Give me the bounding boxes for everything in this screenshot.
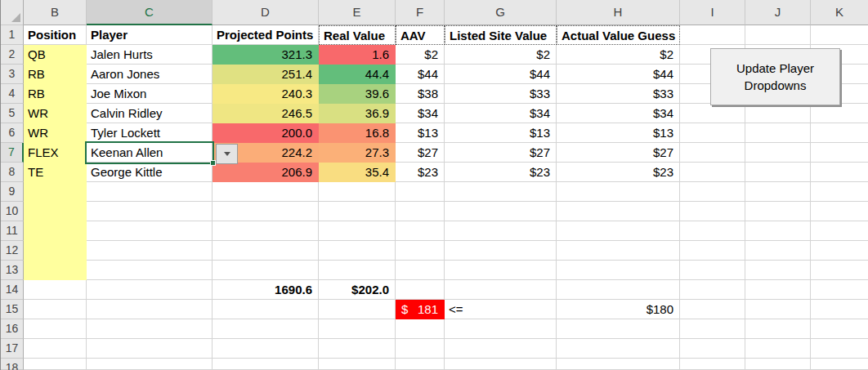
cell[interactable] bbox=[680, 143, 745, 163]
cell[interactable] bbox=[87, 182, 213, 202]
cell-projected-points[interactable]: 321.3 bbox=[213, 45, 319, 65]
cell[interactable] bbox=[811, 163, 868, 182]
cell-position[interactable]: WR bbox=[24, 123, 87, 143]
cell[interactable] bbox=[557, 202, 680, 221]
header-position[interactable]: Position bbox=[24, 25, 87, 45]
cell-projected-points[interactable]: 200.0 bbox=[213, 123, 319, 143]
cell[interactable] bbox=[745, 300, 811, 319]
cell[interactable] bbox=[213, 359, 319, 370]
cell-aav[interactable]: $44 bbox=[396, 65, 445, 84]
cell-projected-points[interactable]: 251.4 bbox=[213, 65, 319, 84]
cell[interactable] bbox=[811, 300, 868, 319]
cell[interactable] bbox=[811, 25, 868, 45]
row-header-13[interactable]: 13 bbox=[1, 261, 24, 280]
cell[interactable] bbox=[811, 359, 868, 370]
header-actual-value-guess[interactable]: Actual Value Guess bbox=[557, 25, 680, 45]
cell[interactable] bbox=[811, 241, 868, 261]
cell[interactable] bbox=[319, 339, 396, 359]
cell-listed-site-value[interactable]: $23 bbox=[445, 163, 557, 182]
cell[interactable] bbox=[396, 241, 445, 261]
cell[interactable] bbox=[745, 359, 811, 370]
row-header-6[interactable]: 6 bbox=[1, 123, 24, 143]
cell[interactable] bbox=[319, 221, 396, 241]
cell-aav[interactable]: $38 bbox=[396, 84, 445, 104]
cell[interactable] bbox=[745, 221, 811, 241]
cell[interactable] bbox=[445, 359, 557, 370]
column-header-d[interactable]: D bbox=[213, 0, 319, 25]
cell[interactable] bbox=[811, 143, 868, 163]
cell[interactable] bbox=[811, 261, 868, 280]
column-header-g[interactable]: G bbox=[445, 0, 557, 25]
cell[interactable] bbox=[811, 221, 868, 241]
cell-aav-total-alert[interactable]: $ 181 bbox=[396, 300, 445, 319]
cell[interactable] bbox=[557, 319, 680, 339]
row-header-9[interactable]: 9 bbox=[1, 182, 24, 202]
cell[interactable] bbox=[24, 202, 87, 221]
cell[interactable] bbox=[319, 261, 396, 280]
cell[interactable] bbox=[445, 182, 557, 202]
cell[interactable] bbox=[745, 163, 811, 182]
cell[interactable] bbox=[680, 339, 745, 359]
header-player[interactable]: Player bbox=[87, 25, 213, 45]
row-header-2[interactable]: 2 bbox=[1, 45, 24, 65]
cell[interactable] bbox=[557, 182, 680, 202]
cell-actual-value-guess[interactable]: $27 bbox=[557, 143, 680, 163]
cell-real-value[interactable]: 27.3 bbox=[319, 143, 396, 163]
column-header-h[interactable]: H bbox=[557, 0, 680, 25]
column-header-i[interactable]: I bbox=[680, 0, 745, 25]
cell-player[interactable]: Jalen Hurts bbox=[87, 45, 213, 65]
cell[interactable] bbox=[396, 339, 445, 359]
cell[interactable] bbox=[680, 163, 745, 182]
row-header-18[interactable]: 18 bbox=[1, 359, 24, 370]
cell[interactable] bbox=[396, 261, 445, 280]
cell[interactable] bbox=[213, 300, 319, 319]
cell[interactable] bbox=[680, 221, 745, 241]
cell[interactable] bbox=[680, 104, 745, 123]
cell-position[interactable]: RB bbox=[24, 65, 87, 84]
cell[interactable] bbox=[24, 261, 87, 280]
cell[interactable] bbox=[745, 123, 811, 143]
cell[interactable] bbox=[319, 359, 396, 370]
row-header-1[interactable]: 1 bbox=[1, 25, 24, 45]
cell-projected-points[interactable]: 240.3 bbox=[213, 84, 319, 104]
cell[interactable] bbox=[557, 241, 680, 261]
cell[interactable] bbox=[24, 280, 87, 300]
cell[interactable] bbox=[745, 319, 811, 339]
cell[interactable] bbox=[87, 359, 213, 370]
cell-real-value[interactable]: 36.9 bbox=[319, 104, 396, 123]
cell[interactable] bbox=[87, 241, 213, 261]
cell[interactable] bbox=[445, 319, 557, 339]
cell-position[interactable]: QB bbox=[24, 45, 87, 65]
row-header-15[interactable]: 15 bbox=[1, 300, 24, 319]
cell-actual-value-guess[interactable]: $34 bbox=[557, 104, 680, 123]
cell[interactable] bbox=[680, 280, 745, 300]
cell-real-value[interactable]: 1.6 bbox=[319, 45, 396, 65]
cell[interactable] bbox=[557, 261, 680, 280]
cell-actual-value-guess[interactable]: $44 bbox=[557, 65, 680, 84]
cell-real-value[interactable]: 39.6 bbox=[319, 84, 396, 104]
cell[interactable] bbox=[445, 280, 557, 300]
cell[interactable] bbox=[811, 280, 868, 300]
cell[interactable] bbox=[213, 202, 319, 221]
cell-listed-site-value[interactable]: $13 bbox=[445, 123, 557, 143]
row-header-7-selected[interactable]: 7 bbox=[1, 143, 24, 163]
cell[interactable] bbox=[445, 241, 557, 261]
cell[interactable] bbox=[745, 25, 811, 45]
cell[interactable] bbox=[213, 319, 319, 339]
cell-aav[interactable]: $23 bbox=[396, 163, 445, 182]
row-header-14[interactable]: 14 bbox=[1, 280, 24, 300]
cell[interactable] bbox=[24, 182, 87, 202]
cell-listed-site-value[interactable]: $2 bbox=[445, 45, 557, 65]
cell[interactable] bbox=[557, 221, 680, 241]
cell-player[interactable]: Aaron Jones bbox=[87, 65, 213, 84]
row-header-3[interactable]: 3 bbox=[1, 65, 24, 84]
cell[interactable] bbox=[396, 182, 445, 202]
column-header-f[interactable]: F bbox=[396, 0, 445, 25]
row-header-10[interactable]: 10 bbox=[1, 202, 24, 221]
cell[interactable] bbox=[680, 261, 745, 280]
cell[interactable] bbox=[24, 300, 87, 319]
cell-real-value-total[interactable]: $202.0 bbox=[319, 280, 396, 300]
cell-real-value[interactable]: 35.4 bbox=[319, 163, 396, 182]
cell[interactable] bbox=[557, 339, 680, 359]
cell-actual-value-guess[interactable]: $13 bbox=[557, 123, 680, 143]
